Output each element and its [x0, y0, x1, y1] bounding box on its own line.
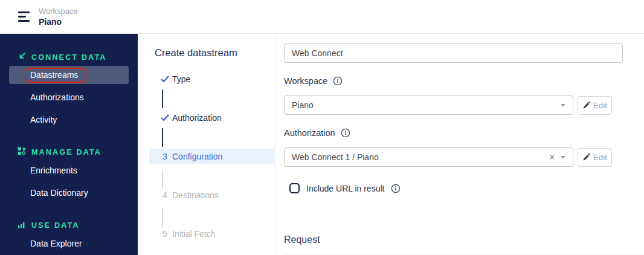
modules-icon	[18, 147, 26, 157]
sidebar-item-label: Data Dictionary	[30, 188, 88, 198]
bar-chart-icon	[18, 220, 26, 230]
sidebar-item-data-dictionary[interactable]: Data Dictionary	[9, 184, 129, 202]
step-label: Configuration	[172, 152, 222, 161]
datastream-name-value: Web Connect	[292, 48, 343, 58]
pencil-icon	[582, 102, 590, 109]
authorization-select-value: Web Connect 1 / Piano	[292, 152, 550, 162]
workspace-field-label-text: Workspace	[284, 76, 327, 86]
edit-button-label: Edit	[593, 153, 607, 162]
hamburger-menu-icon[interactable]	[18, 11, 30, 22]
sidebar-section-manage-data: MANAGE DATA	[0, 147, 138, 157]
step-number: 4	[158, 190, 172, 200]
create-datastream-wizard: Create datastream Type Authorization 3 C…	[138, 34, 275, 255]
step-label: Type	[172, 74, 190, 84]
edit-button-label: Edit	[593, 101, 607, 110]
workspace-select[interactable]: Piano	[284, 95, 573, 115]
sidebar-item-datastreams[interactable]: Datastreams	[9, 66, 129, 84]
sidebar-section-title: MANAGE DATA	[31, 148, 101, 157]
step-connector	[162, 170, 163, 189]
include-url-label: Include URL in result	[306, 184, 384, 193]
wizard-title: Create datastream	[155, 47, 237, 59]
step-connector	[162, 209, 163, 228]
datastream-name-input[interactable]: Web Connect	[284, 44, 623, 63]
top-header: Workspace Piano	[0, 0, 644, 34]
step-destinations[interactable]: 4 Destinations	[138, 187, 275, 203]
step-connector	[162, 128, 163, 147]
authorization-field-label-text: Authorization	[284, 128, 335, 138]
include-url-checkbox[interactable]	[289, 183, 300, 193]
app-window: Workspace Piano CONNECT DATA Datastreams…	[0, 0, 644, 255]
sidebar-section-title: CONNECT DATA	[31, 53, 107, 62]
step-label: Destinations	[172, 190, 219, 200]
sidebar-item-label: Datastreams	[30, 70, 78, 80]
chevron-down-icon[interactable]	[561, 156, 565, 159]
configuration-panel: Web Connect Workspace Piano Edit Authori…	[275, 34, 644, 255]
section-divider	[284, 254, 644, 254]
step-authorization[interactable]: Authorization	[138, 110, 275, 126]
sidebar-item-label: Activity	[30, 115, 57, 124]
clear-icon[interactable]: ×	[550, 152, 555, 162]
info-icon[interactable]	[391, 184, 401, 193]
request-section-heading: Request	[284, 234, 644, 245]
arrow-down-left-icon	[18, 52, 26, 62]
sidebar-section-title: USE DATA	[31, 221, 80, 230]
check-icon	[158, 76, 172, 83]
workspace-field-label: Workspace	[284, 76, 644, 86]
pencil-icon	[582, 153, 590, 161]
authorization-field-label: Authorization	[284, 128, 644, 138]
authorization-edit-button[interactable]: Edit	[578, 148, 612, 167]
workspace-name: Piano	[39, 17, 62, 27]
step-number: 5	[158, 229, 172, 239]
step-label: Initial Fetch	[172, 229, 216, 239]
workspace-label: Workspace	[39, 7, 78, 16]
check-icon	[158, 114, 172, 121]
info-icon[interactable]	[333, 76, 343, 86]
workspace-select-value: Piano	[292, 100, 561, 110]
annotation-red-box: Datastreams	[25, 68, 86, 83]
step-number: 3	[158, 152, 172, 161]
sidebar: CONNECT DATA Datastreams Authorizations …	[0, 34, 138, 255]
sidebar-item-label: Data Explorer	[30, 239, 82, 248]
workspace-edit-button[interactable]: Edit	[578, 96, 612, 115]
sidebar-item-authorizations[interactable]: Authorizations	[9, 88, 129, 106]
step-label: Authorization	[172, 113, 222, 123]
sidebar-item-label: Enrichments	[30, 166, 77, 175]
step-initial-fetch[interactable]: 5 Initial Fetch	[138, 226, 275, 242]
chevron-down-icon[interactable]	[561, 104, 565, 107]
step-configuration[interactable]: 3 Configuration	[149, 149, 275, 164]
sidebar-section-connect-data: CONNECT DATA	[0, 52, 138, 62]
sidebar-item-data-explorer[interactable]: Data Explorer	[9, 234, 129, 253]
step-connector	[162, 89, 163, 108]
sidebar-item-label: Authorizations	[30, 92, 84, 102]
authorization-select[interactable]: Web Connect 1 / Piano ×	[284, 147, 573, 167]
sidebar-item-activity[interactable]: Activity	[9, 111, 129, 129]
info-icon[interactable]	[341, 128, 350, 138]
sidebar-item-enrichments[interactable]: Enrichments	[9, 161, 129, 179]
sidebar-section-use-data: USE DATA	[0, 220, 138, 230]
step-type[interactable]: Type	[138, 71, 275, 87]
